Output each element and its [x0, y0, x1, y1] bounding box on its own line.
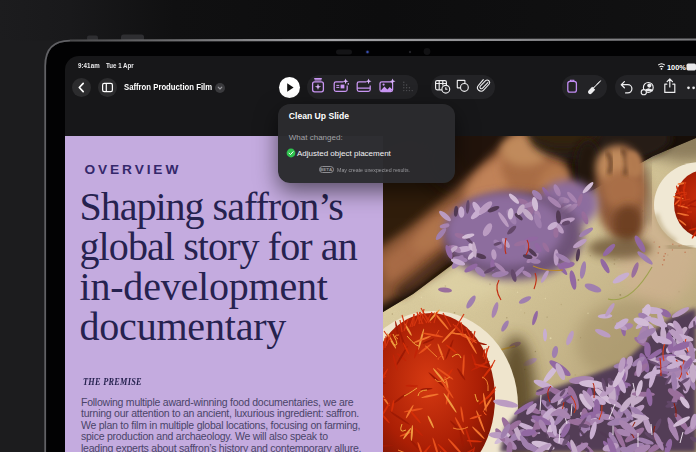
svg-text:100%: 100% [667, 63, 686, 72]
